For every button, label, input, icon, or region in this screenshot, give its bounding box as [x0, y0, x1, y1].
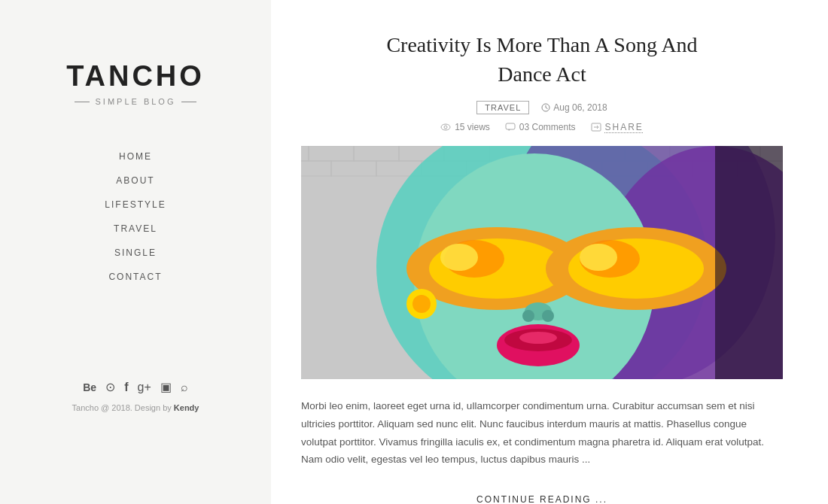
- post-tag[interactable]: TRAVEL: [476, 101, 529, 114]
- eye-icon: [440, 123, 451, 131]
- brand-subtitle: SIMPLE BLOG: [75, 97, 197, 106]
- facebook-icon[interactable]: f: [124, 381, 128, 394]
- svg-point-54: [412, 295, 431, 313]
- post-meta-top: TRAVEL Aug 06, 2018: [301, 101, 783, 114]
- brand-title: TANCHO: [66, 60, 205, 93]
- nav-item-about[interactable]: ABOUT: [116, 175, 154, 186]
- svg-point-4: [444, 126, 447, 129]
- post-date-text: Aug 06, 2018: [553, 102, 607, 113]
- svg-point-46: [580, 244, 617, 271]
- social-icons: Be ⊙ f g+ ▣ ⌕: [83, 380, 187, 394]
- svg-rect-55: [715, 146, 783, 379]
- svg-rect-5: [506, 123, 515, 129]
- clock-icon: [541, 103, 550, 112]
- post-comments: 03 Comments: [505, 122, 576, 132]
- post-excerpt: Morbi leo enim, laoreet eget urna id, ul…: [301, 397, 783, 469]
- behance-icon[interactable]: Be: [83, 381, 96, 393]
- svg-line-2: [546, 108, 548, 109]
- copyright: Tancho @ 2018. Design by Kendy: [72, 403, 199, 412]
- post-views-text: 15 views: [455, 122, 490, 132]
- nav-item-single[interactable]: SINGLE: [114, 247, 157, 258]
- continue-reading-link[interactable]: Continue Reading ...: [301, 487, 783, 504]
- svg-point-52: [519, 332, 557, 344]
- instagram-icon[interactable]: ▣: [160, 380, 172, 394]
- sidebar: TANCHO SIMPLE BLOG HOME ABOUT LIFESTYLE …: [0, 0, 271, 504]
- copyright-text: Tancho @ 2018. Design by: [72, 403, 174, 412]
- post-comments-text: 03 Comments: [519, 122, 576, 132]
- main-content: Creativity Is More Than A Song And Dance…: [271, 0, 828, 504]
- nav-item-travel[interactable]: TRAVEL: [114, 223, 157, 234]
- nav-item-home[interactable]: HOME: [119, 151, 152, 162]
- post-views: 15 views: [440, 122, 490, 132]
- share-icon: [591, 123, 601, 132]
- brand-subtitle-text: SIMPLE BLOG: [96, 97, 176, 106]
- svg-point-48: [522, 310, 534, 322]
- post-date: Aug 06, 2018: [541, 102, 607, 113]
- search-icon[interactable]: ⌕: [181, 381, 188, 394]
- brand-subtitle-line-left: [75, 102, 90, 102]
- post-title-line2: Dance Act: [498, 62, 586, 86]
- svg-point-42: [440, 244, 478, 271]
- post-title-line1: Creativity Is More Than A Song And: [386, 33, 697, 56]
- main-nav: HOME ABOUT LIFESTYLE TRAVEL SINGLE CONTA…: [105, 151, 166, 282]
- comment-icon: [505, 123, 516, 132]
- googleplus-icon[interactable]: g+: [137, 381, 151, 394]
- svg-point-3: [441, 124, 450, 130]
- nav-item-contact[interactable]: CONTACT: [108, 272, 162, 282]
- copyright-author: Kendy: [174, 403, 199, 412]
- post-title: Creativity Is More Than A Song And Dance…: [301, 30, 783, 89]
- nav-item-lifestyle[interactable]: LIFESTYLE: [105, 199, 166, 210]
- circle-icon[interactable]: ⊙: [105, 380, 115, 394]
- post-share[interactable]: SHARE: [591, 122, 644, 132]
- post-image: [301, 146, 783, 379]
- post-share-text: SHARE: [605, 122, 644, 132]
- svg-point-49: [542, 310, 554, 322]
- post-meta-bottom: 15 views 03 Comments SHARE: [301, 122, 783, 132]
- brand-subtitle-line-right: [181, 102, 196, 102]
